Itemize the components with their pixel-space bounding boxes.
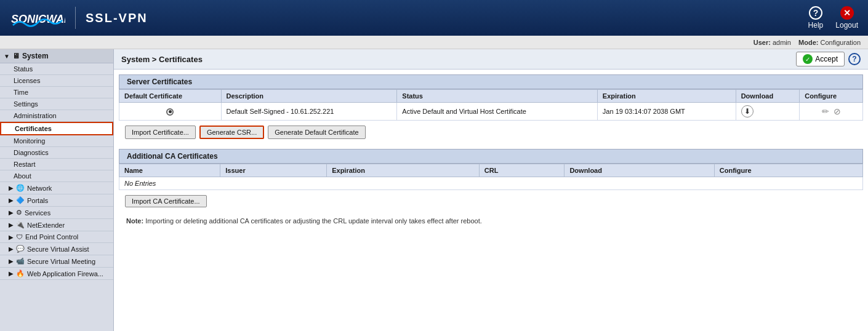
generate-csr-button[interactable]: Generate CSR... (199, 126, 264, 139)
network-icon: 🌐 (16, 184, 25, 192)
note-area: Note: Importing or deleting additional C… (119, 212, 863, 229)
help-button[interactable]: ? Help (808, 6, 824, 30)
edit-icon[interactable]: ✏ (822, 106, 829, 116)
sidebar-netextender[interactable]: ▶ 🔌 NetExtender (0, 219, 113, 231)
sidebar-item-monitoring[interactable]: Monitoring (0, 135, 113, 147)
col-configure: Configure (800, 90, 863, 103)
sidebar-item-diagnostics[interactable]: Diagnostics (0, 147, 113, 159)
help-label: Help (808, 21, 824, 30)
cert-description: Default Self-Signed - 10.61.252.221 (221, 103, 397, 121)
logo-area: SONICWALL (10, 7, 65, 29)
user-label: User: (753, 39, 771, 46)
sidebar-secure-virtual-meeting[interactable]: ▶ 📹 Secure Virtual Meeting (0, 255, 113, 268)
waf-icon: 🔥 (16, 269, 25, 277)
col-status: Status (397, 90, 598, 103)
services-icon: ⚙ (16, 209, 22, 217)
accept-button[interactable]: ✓ Accept (796, 52, 845, 66)
cert-configure[interactable]: ✏ ⊘ (800, 103, 863, 121)
content-area: System > Certificates ✓ Accept ? Server … (114, 49, 868, 331)
import-certificate-button[interactable]: Import Certificate... (125, 126, 196, 139)
download-icon[interactable]: ⬇ (741, 105, 753, 118)
cert-download[interactable]: ⬇ (736, 103, 800, 121)
radio-icon (166, 108, 174, 116)
sidebar-web-app-firewall[interactable]: ▶ 🔥 Web Application Firewa... (0, 268, 113, 280)
netextender-tri-icon: ▶ (9, 221, 14, 228)
topbar: User: admin Mode: Configuration (0, 36, 868, 49)
endpoint-tri-icon: ▶ (9, 234, 14, 241)
sidebar-item-time[interactable]: Time (0, 87, 113, 98)
col-description: Description (221, 90, 397, 103)
sidebar-network-header[interactable]: ▶ 🌐 Network (0, 182, 113, 194)
content-help-icon[interactable]: ? (848, 53, 861, 65)
col-download: Download (736, 90, 800, 103)
accept-check-icon: ✓ (803, 54, 813, 64)
endpoint-icon: 🛡 (16, 233, 23, 241)
header-actions: ? Help ✕ Logout (808, 6, 858, 30)
portals-icon: 🔷 (16, 196, 25, 204)
monitor-icon: 🖥 (12, 52, 20, 60)
sidebar-endpoint[interactable]: ▶ 🛡 End Point Control (0, 231, 113, 243)
ca-col-expiration: Expiration (327, 164, 480, 177)
sonicwall-logo: SONICWALL (10, 7, 65, 29)
user-value: admin (773, 39, 791, 46)
sidebar-item-certificates[interactable]: Certificates (0, 122, 113, 135)
triangle-down-icon: ▼ (4, 53, 10, 60)
ca-col-download: Download (565, 164, 714, 177)
accept-label: Accept (815, 55, 838, 63)
sidebar-item-restart[interactable]: Restart (0, 159, 113, 170)
sidebar-system-header[interactable]: ▼ 🖥 System (0, 49, 113, 63)
server-certificates-table: Default Certificate Description Status E… (119, 89, 863, 121)
logout-button[interactable]: ✕ Logout (835, 6, 858, 30)
header: SONICWALL SSL-VPN ? Help ✕ Logout (0, 0, 868, 36)
no-entries-row: No Entries (119, 177, 863, 190)
note-text: Importing or deleting additional CA cert… (145, 217, 482, 225)
sidebar-item-settings[interactable]: Settings (0, 98, 113, 110)
svm-icon: 📹 (16, 257, 25, 265)
import-ca-button[interactable]: Import CA Certificate... (125, 195, 207, 207)
logout-label: Logout (835, 21, 858, 30)
main-layout: ▼ 🖥 System Status Licenses Time Settings… (0, 49, 868, 331)
ca-col-crl: CRL (479, 164, 565, 177)
header-divider (75, 7, 76, 29)
table-row: Default Self-Signed - 10.61.252.221 Acti… (119, 103, 863, 121)
cert-expiration: Jan 19 03:14:07 2038 GMT (597, 103, 736, 121)
logout-icon: ✕ (840, 6, 854, 20)
col-default-cert: Default Certificate (119, 90, 222, 103)
ca-col-name: Name (119, 164, 220, 177)
col-expiration: Expiration (597, 90, 736, 103)
cert-status: Active Default and Virtual Host Certific… (397, 103, 598, 121)
additional-ca-header: Additional CA Certificates (119, 149, 863, 164)
user-info: User: admin Mode: Configuration (753, 39, 861, 46)
services-tri-icon: ▶ (9, 209, 14, 216)
ca-action-buttons: Import CA Certificate... (119, 190, 863, 212)
sidebar: ▼ 🖥 System Status Licenses Time Settings… (0, 49, 114, 331)
sidebar-item-about[interactable]: About (0, 170, 113, 182)
sidebar-item-licenses[interactable]: Licenses (0, 75, 113, 87)
header-left: SONICWALL SSL-VPN (10, 7, 148, 29)
netextender-icon: 🔌 (16, 221, 25, 229)
svm-tri-icon: ▶ (9, 258, 14, 265)
content-inner: Server Certificates Default Certificate … (114, 74, 868, 229)
sidebar-portals-header[interactable]: ▶ 🔷 Portals (0, 194, 113, 207)
sidebar-secure-virtual-assist[interactable]: ▶ 💬 Secure Virtual Assist (0, 243, 113, 255)
generate-default-button[interactable]: Generate Default Certificate (268, 126, 365, 139)
cert-default-radio[interactable] (119, 103, 222, 121)
no-entries-cell: No Entries (119, 177, 863, 190)
additional-ca-table: Name Issuer Expiration CRL Download Conf… (119, 164, 863, 190)
sidebar-item-status[interactable]: Status (0, 63, 113, 75)
server-certificates-header: Server Certificates (119, 74, 863, 89)
ca-col-issuer: Issuer (220, 164, 327, 177)
help-icon: ? (809, 6, 822, 20)
sidebar-services-header[interactable]: ▶ ⚙ Services (0, 207, 113, 219)
mode-value: Configuration (821, 39, 861, 46)
header-title: SSL-VPN (86, 11, 148, 25)
sidebar-item-administration[interactable]: Administration (0, 110, 113, 122)
breadcrumb-bar: System > Certificates ✓ Accept ? (114, 49, 868, 70)
sva-icon: 💬 (16, 245, 25, 253)
delete-icon[interactable]: ⊘ (834, 106, 841, 116)
breadcrumb: System > Certificates (121, 55, 203, 64)
note-label: Note: (126, 217, 143, 225)
waf-tri-icon: ▶ (9, 270, 14, 277)
portals-tri-icon: ▶ (9, 197, 14, 204)
ca-col-configure: Configure (714, 164, 862, 177)
